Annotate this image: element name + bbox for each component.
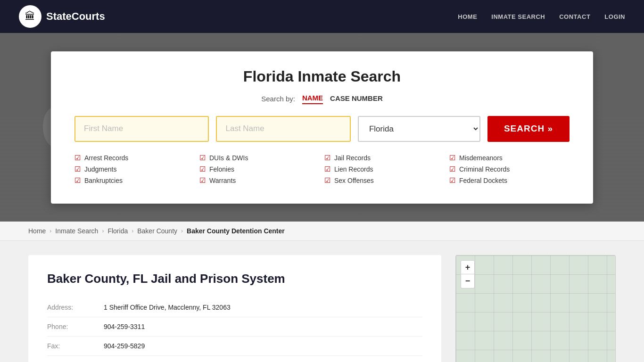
main-content: Baker County, FL Jail and Prison System … bbox=[0, 241, 644, 362]
fax-label: Fax: bbox=[47, 342, 94, 350]
feature-label: Federal Dockets bbox=[459, 177, 507, 184]
hero-section: COURTHOUSE Florida Inmate Search Search … bbox=[0, 33, 644, 222]
search-by-row: Search by: NAME CASE NUMBER bbox=[74, 94, 570, 104]
search-button[interactable]: SEARCH » bbox=[487, 116, 570, 142]
feature-item: ☑DUIs & DWIs bbox=[199, 154, 320, 162]
breadcrumb-home[interactable]: Home bbox=[28, 227, 46, 235]
nav-inmate-search[interactable]: INMATE SEARCH bbox=[491, 13, 545, 20]
fax-row: Fax: 904-259-5829 bbox=[47, 337, 422, 356]
check-icon: ☑ bbox=[74, 154, 81, 162]
breadcrumb-baker-county[interactable]: Baker County bbox=[137, 227, 177, 235]
breadcrumb-inmate-search[interactable]: Inmate Search bbox=[55, 227, 98, 235]
content-title: Baker County, FL Jail and Prison System bbox=[47, 272, 422, 286]
nav-contact[interactable]: CONTACT bbox=[559, 13, 590, 20]
check-icon: ☑ bbox=[324, 165, 330, 173]
feature-label: DUIs & DWIs bbox=[209, 154, 248, 162]
check-icon: ☑ bbox=[199, 165, 206, 173]
check-icon: ☑ bbox=[449, 165, 455, 173]
phone-label: Phone: bbox=[47, 323, 94, 330]
feature-label: Warrants bbox=[209, 177, 236, 184]
tab-case-number[interactable]: CASE NUMBER bbox=[330, 94, 383, 104]
check-icon: ☑ bbox=[324, 154, 330, 162]
map-grid bbox=[456, 255, 615, 362]
map-container: + − bbox=[455, 255, 616, 362]
feature-label: Jail Records bbox=[334, 154, 371, 162]
feature-item: ☑Bankruptcies bbox=[74, 176, 195, 185]
logo-icon: 🏛 bbox=[19, 5, 41, 28]
phone-row: Phone: 904-259-3311 bbox=[47, 317, 422, 337]
feature-item: ☑Misdemeanors bbox=[449, 154, 570, 162]
fax-value: 904-259-5829 bbox=[104, 342, 145, 350]
address-label: Address: bbox=[47, 304, 94, 311]
breadcrumb-current: Baker County Detention Center bbox=[187, 227, 285, 235]
feature-label: Sex Offenses bbox=[334, 177, 374, 184]
nav-login[interactable]: LOGIN bbox=[604, 13, 625, 20]
check-icon: ☑ bbox=[74, 176, 81, 185]
address-row: Address: 1 Sheriff Office Drive, Macclen… bbox=[47, 298, 422, 317]
check-icon: ☑ bbox=[449, 154, 455, 162]
map-zoom-out[interactable]: − bbox=[461, 274, 475, 288]
chevron-right-icon-2: › bbox=[102, 228, 104, 234]
search-inputs-row: AlabamaAlaskaArizonaArkansasCaliforniaCo… bbox=[74, 116, 570, 142]
content-card: Baker County, FL Jail and Prison System … bbox=[28, 255, 441, 362]
map-zoom-in[interactable]: + bbox=[461, 260, 475, 274]
feature-label: Lien Records bbox=[334, 165, 373, 173]
check-icon: ☑ bbox=[74, 165, 81, 173]
feature-label: Arrest Records bbox=[84, 154, 128, 162]
website-row: Website: https://www.ice.gov/detention-f… bbox=[47, 356, 422, 362]
search-by-label: Search by: bbox=[261, 95, 295, 103]
features-grid: ☑Arrest Records☑DUIs & DWIs☑Jail Records… bbox=[74, 154, 570, 185]
feature-label: Felonies bbox=[209, 165, 234, 173]
check-icon: ☑ bbox=[449, 176, 455, 185]
check-icon: ☑ bbox=[199, 154, 206, 162]
feature-item: ☑Arrest Records bbox=[74, 154, 195, 162]
first-name-input[interactable] bbox=[74, 116, 209, 142]
page-title: Florida Inmate Search bbox=[74, 68, 570, 85]
breadcrumb-florida[interactable]: Florida bbox=[107, 227, 128, 235]
logo[interactable]: 🏛 StateCourts bbox=[19, 5, 105, 28]
chevron-right-icon-4: › bbox=[181, 228, 183, 234]
feature-item: ☑Federal Dockets bbox=[449, 176, 570, 185]
state-select[interactable]: AlabamaAlaskaArizonaArkansasCaliforniaCo… bbox=[358, 116, 480, 142]
address-value: 1 Sheriff Office Drive, Macclenny, FL 32… bbox=[104, 304, 231, 311]
header: 🏛 StateCourts HOME INMATE SEARCH CONTACT… bbox=[0, 0, 644, 33]
feature-item: ☑Criminal Records bbox=[449, 165, 570, 173]
feature-item: ☑Jail Records bbox=[324, 154, 445, 162]
phone-value: 904-259-3311 bbox=[104, 323, 145, 330]
feature-label: Criminal Records bbox=[459, 165, 510, 173]
map-controls: + − bbox=[461, 260, 475, 288]
last-name-input[interactable] bbox=[216, 116, 350, 142]
nav-links: HOME INMATE SEARCH CONTACT LOGIN bbox=[458, 13, 625, 20]
feature-item: ☑Judgments bbox=[74, 165, 195, 173]
nav-home[interactable]: HOME bbox=[458, 13, 477, 20]
chevron-right-icon: › bbox=[50, 228, 51, 234]
feature-item: ☑Lien Records bbox=[324, 165, 445, 173]
tab-name[interactable]: NAME bbox=[302, 94, 323, 104]
feature-label: Bankruptcies bbox=[84, 177, 123, 184]
chevron-right-icon-3: › bbox=[132, 228, 133, 234]
feature-label: Judgments bbox=[84, 165, 116, 173]
check-icon: ☑ bbox=[324, 176, 330, 185]
logo-text: StateCourts bbox=[46, 10, 105, 23]
feature-item: ☑Warrants bbox=[199, 176, 320, 185]
breadcrumb: Home › Inmate Search › Florida › Baker C… bbox=[0, 222, 644, 241]
feature-label: Misdemeanors bbox=[459, 154, 503, 162]
feature-item: ☑Sex Offenses bbox=[324, 176, 445, 185]
search-card: Florida Inmate Search Search by: NAME CA… bbox=[51, 51, 593, 204]
feature-item: ☑Felonies bbox=[199, 165, 320, 173]
check-icon: ☑ bbox=[199, 176, 206, 185]
